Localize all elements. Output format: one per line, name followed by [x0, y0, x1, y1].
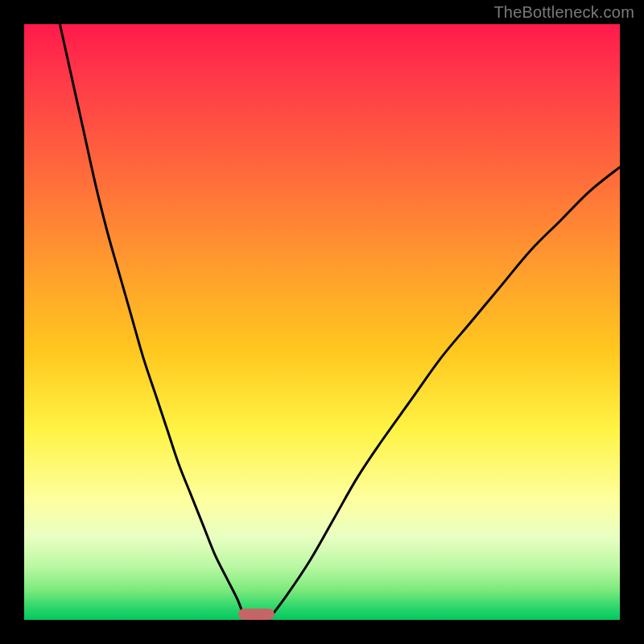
bottleneck-curve-left	[60, 24, 244, 620]
chart-frame: TheBottleneck.com	[0, 0, 644, 644]
plot-area	[24, 24, 620, 620]
optimal-range-marker	[238, 609, 275, 620]
bottleneck-curve-right	[268, 167, 620, 620]
watermark-text: TheBottleneck.com	[493, 3, 634, 22]
bottleneck-curve	[24, 24, 620, 620]
